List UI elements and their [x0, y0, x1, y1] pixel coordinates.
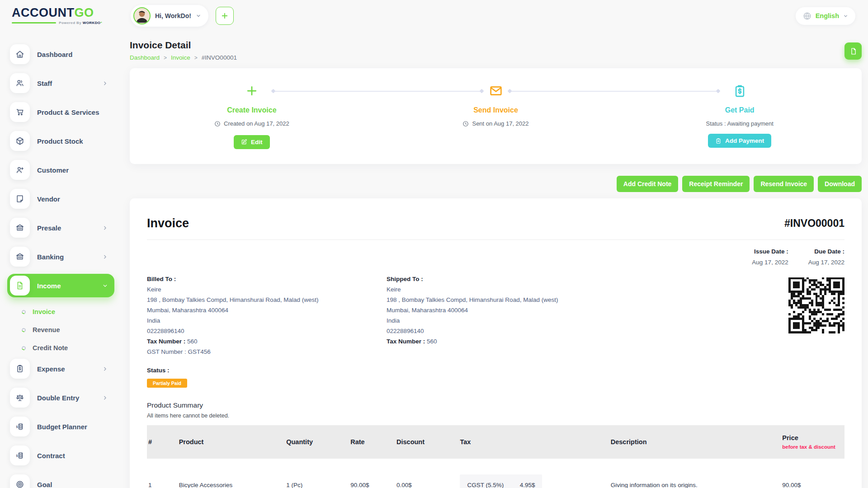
powered-by-text: Powered By WORKDO*	[59, 21, 102, 25]
qr-code-wrap	[788, 277, 844, 355]
sidebar-item-label: Presale	[37, 224, 61, 232]
chevron-right-icon	[102, 80, 108, 86]
plus-icon	[221, 12, 229, 20]
sidebar-item-product-stock[interactable]: Product Stock	[7, 129, 114, 153]
breadcrumb-dashboard[interactable]: Dashboard	[130, 54, 160, 61]
powered-by-brand: WORKDO	[83, 21, 101, 25]
quick-add-button[interactable]	[216, 7, 234, 25]
shipped-to-name: Keire	[387, 286, 768, 293]
sidebar-item-label: Product & Services	[37, 108, 99, 116]
issue-date-value: Aug 17, 2022	[752, 259, 788, 266]
sidebar: Dashboard Staff Product & Services Produ…	[0, 32, 120, 488]
issue-date-label: Issue Date :	[752, 248, 788, 255]
add-credit-note-button[interactable]: Add Credit Note	[617, 176, 679, 192]
note-icon	[10, 189, 30, 209]
timeline-step-get-paid: Get Paid Status : Awaiting payment Add P…	[618, 68, 862, 164]
sidebar-subitem-label: Revenue	[33, 326, 60, 333]
billed-to-block: Billed To : Keire 198 , Bombay Talkies C…	[147, 276, 387, 355]
download-button[interactable]: Download	[818, 176, 862, 192]
col-header-discount: Discount	[391, 425, 454, 459]
col-header-rate: Rate	[345, 425, 391, 459]
receipt-reminder-button[interactable]: Receipt Reminder	[682, 176, 750, 192]
billed-to-name: Keire	[147, 286, 387, 293]
bank-icon	[10, 218, 30, 238]
invoice-preview-button[interactable]	[844, 42, 862, 60]
users-icon	[10, 73, 30, 93]
resend-invoice-button[interactable]: Resend Invoice	[754, 176, 814, 192]
powered-by-label: Powered By	[59, 21, 81, 25]
scales-icon	[10, 388, 30, 408]
language-selector[interactable]: English	[796, 7, 855, 25]
col-header-product: Product	[174, 425, 281, 459]
sidebar-item-label: Vendor	[37, 195, 60, 203]
shipped-to-address1: 198 , Bombay Talkies Compd, Himanshurai …	[387, 296, 768, 303]
chevron-down-icon	[196, 13, 201, 19]
col-header-tax: Tax	[454, 425, 605, 459]
sidebar-item-income[interactable]: Income	[7, 274, 114, 297]
timeline-step-meta: Created on Aug 17, 2022	[214, 120, 289, 127]
timeline-step-meta: Status : Awaiting payment	[706, 120, 774, 127]
table-row: 1 Bicycle Accessories 1 (Pc) 90.00$ 0.00…	[147, 459, 844, 488]
user-menu-button[interactable]: Hi, WorkDo!	[131, 5, 208, 27]
sidebar-item-goal[interactable]: Goal	[7, 473, 114, 488]
sidebar-item-label: Customer	[37, 166, 69, 174]
chevron-right-icon	[102, 254, 108, 260]
invoice-actions: Add Credit Note Receipt Reminder Resend …	[130, 176, 862, 192]
clock-icon	[462, 121, 469, 127]
billed-to-tax-number: Tax Number : 560	[147, 338, 387, 345]
sidebar-item-label: Expense	[37, 365, 65, 373]
add-payment-button[interactable]: Add Payment	[708, 134, 771, 148]
sidebar-item-staff[interactable]: Staff	[7, 71, 114, 95]
timeline-step-title: Create Invoice	[130, 106, 374, 114]
sidebar-item-double-entry[interactable]: Double Entry	[7, 386, 114, 409]
breadcrumb-current: #INVO00001	[202, 54, 237, 61]
avatar	[133, 7, 151, 24]
cell-rate: 90.00$	[345, 459, 391, 488]
brand-name-primary: ACCOUNT	[12, 6, 75, 19]
bullet-icon	[21, 345, 27, 351]
cell-tax: CGST (5.5%) 4.95$	[454, 459, 605, 488]
sidebar-item-contract[interactable]: $ Contract	[7, 444, 114, 467]
sidebar-subitem-invoice[interactable]: Invoice	[0, 303, 120, 321]
breadcrumb-separator: >	[164, 55, 167, 61]
invoice-timeline-card: Create Invoice Created on Aug 17, 2022 E…	[130, 68, 862, 164]
status-badge: Partialy Paid	[147, 379, 187, 388]
invoice-file-icon	[10, 276, 30, 296]
sidebar-item-dashboard[interactable]: Dashboard	[7, 42, 114, 66]
chevron-right-icon	[102, 225, 108, 231]
sidebar-item-banking[interactable]: Banking	[7, 245, 114, 268]
timeline-step-send: Send Invoice Sent on Aug 17, 2022	[374, 68, 618, 164]
globe-icon	[803, 12, 811, 20]
sidebar-item-presale[interactable]: Presale	[7, 216, 114, 239]
sidebar-item-expense[interactable]: Expense	[7, 357, 114, 380]
breadcrumb-invoice[interactable]: Invoice	[171, 54, 190, 61]
sidebar-item-label: Double Entry	[37, 394, 79, 402]
sidebar-subitem-credit-note[interactable]: Credit Note	[0, 339, 120, 357]
col-header-num: #	[147, 425, 174, 459]
price-note: before tax & discount	[782, 444, 839, 450]
sidebar-item-budget-planner[interactable]: $ Budget Planner	[7, 415, 114, 438]
envelope-icon	[489, 84, 503, 98]
timeline-step-meta: Sent on Aug 17, 2022	[462, 120, 528, 127]
sidebar-item-vendor[interactable]: Vendor	[7, 187, 114, 211]
sidebar-subitem-revenue[interactable]: Revenue	[0, 321, 120, 339]
sidebar-item-customer[interactable]: Customer	[7, 158, 114, 182]
cell-description: Giving information on its origins.	[605, 459, 777, 488]
cell-product: Bicycle Accessories	[174, 459, 281, 488]
sidebar-item-label: Income	[37, 282, 61, 290]
billed-to-country: India	[147, 317, 387, 324]
shipped-to-address2: Mumbai, Maharashtra 400064	[387, 307, 768, 314]
timeline-connector	[273, 91, 483, 92]
status-block: Status : Partialy Paid	[147, 367, 844, 388]
clipboard-dollar-icon	[10, 359, 30, 379]
cell-num: 1	[147, 459, 174, 488]
billed-to-label: Billed To :	[147, 276, 387, 282]
status-label: Status :	[147, 367, 844, 374]
sidebar-item-product-services[interactable]: Product & Services	[7, 100, 114, 124]
avatar-illustration	[134, 8, 150, 23]
tax-box: CGST (5.5%) 4.95$	[460, 474, 542, 488]
edit-invoice-button[interactable]: Edit	[234, 135, 270, 149]
due-date-label: Due Date :	[808, 248, 844, 255]
sidebar-item-label: Contract	[37, 452, 65, 460]
cell-discount: 0.00$	[391, 459, 454, 488]
